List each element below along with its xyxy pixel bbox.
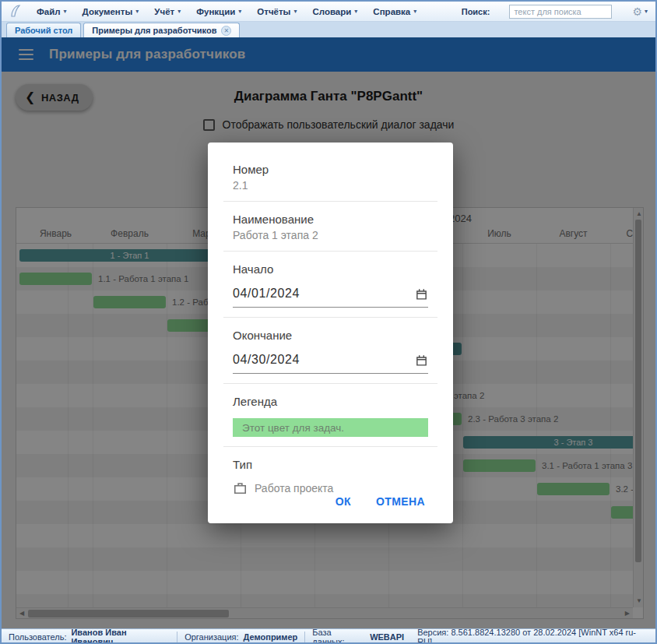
status-user-value: Иванов Иван Иванович: [71, 628, 170, 644]
start-date-value: 04/01/2024: [233, 287, 300, 301]
dialog-actions: ОК ОТМЕНА: [233, 495, 428, 508]
divider: [223, 317, 437, 318]
divider: [223, 446, 437, 447]
menu-item-label: Документы: [83, 7, 133, 16]
menu-item-dictionaries[interactable]: Словари▾: [312, 7, 357, 16]
status-org-label: Организация:: [184, 632, 238, 642]
task-type-value: Работа проекта: [255, 482, 333, 494]
status-user-label: Пользователь:: [9, 632, 66, 642]
task-dialog: Номер 2.1 Наименование Работа 1 этапа 2 …: [208, 143, 453, 523]
menu-item-label: Словари: [312, 7, 351, 16]
tab-close-icon[interactable]: ✕: [221, 26, 231, 36]
tab-label: Примеры для разработчиков: [92, 26, 216, 35]
status-version: Версия: 8.561.8824.13280 от 28.02.2024 […: [411, 628, 655, 644]
legend-color-chip: Этот цвет для задач.: [233, 418, 428, 437]
field-label-end: Окончание: [233, 329, 428, 342]
gear-icon: ⚙: [632, 5, 642, 18]
field-value-name: Работа 1 этапа 2: [233, 229, 428, 241]
status-org-value: Демопример: [244, 632, 298, 642]
menu-item-label: Отчёты: [257, 7, 290, 16]
tab-label: Рабочий стол: [15, 26, 72, 35]
field-label-number: Номер: [233, 163, 428, 176]
menu-item-label: Учёт: [154, 7, 174, 16]
cancel-button[interactable]: ОТМЕНА: [376, 495, 425, 508]
menu-item-reports[interactable]: Отчёты▾: [257, 7, 297, 16]
end-date-value: 04/30/2024: [233, 353, 300, 367]
divider: [223, 383, 437, 384]
briefcase-icon: [233, 480, 248, 495]
caret-down-icon: ▾: [293, 8, 297, 15]
divider: [223, 251, 437, 252]
field-label-type: Тип: [233, 458, 428, 471]
menu-item-file[interactable]: Файл▾: [37, 7, 67, 16]
caret-down-icon: ▾: [177, 8, 181, 15]
caret-down-icon: ▾: [64, 8, 67, 15]
status-bar: Пользователь: Иванов Иван Иванович Орган…: [2, 628, 655, 644]
caret-down-icon: ▾: [135, 8, 139, 15]
tab-bar: Рабочий стол Примеры для разработчиков ✕: [2, 22, 655, 37]
menu-bar: Файл▾ Документы▾ Учёт▾ Функции▾ Отчёты▾ …: [2, 2, 655, 22]
search-label: Поиск:: [462, 7, 490, 16]
status-db-value: WEBAPI: [370, 632, 404, 642]
field-label-legend: Легенда: [233, 395, 428, 408]
status-database: База данных: WEBAPI: [305, 632, 411, 642]
ok-button[interactable]: ОК: [336, 495, 351, 508]
app-window: Файл▾ Документы▾ Учёт▾ Функции▾ Отчёты▾ …: [0, 0, 657, 644]
status-organization: Организация: Демопример: [177, 632, 305, 642]
field-label-start: Начало: [233, 262, 428, 276]
field-label-name: Наименование: [233, 213, 428, 226]
menu-item-label: Файл: [37, 7, 61, 16]
caret-down-icon: ▾: [645, 8, 648, 15]
menu-item-label: Функции: [196, 7, 235, 16]
status-user: Пользователь: Иванов Иван Иванович: [2, 632, 177, 642]
end-date-input[interactable]: 04/30/2024: [233, 353, 428, 374]
field-value-number: 2.1: [233, 179, 428, 192]
menu-item-functions[interactable]: Функции▾: [196, 7, 241, 16]
settings-button[interactable]: ⚙ ▾: [632, 5, 648, 18]
task-type-row: Работа проекта: [233, 480, 428, 495]
menu-item-documents[interactable]: Документы▾: [83, 7, 139, 16]
divider: [223, 201, 437, 202]
calendar-icon[interactable]: [415, 354, 428, 367]
menu-item-accounting[interactable]: Учёт▾: [154, 7, 181, 16]
search-input[interactable]: [509, 5, 612, 19]
caret-down-icon: ▾: [238, 8, 241, 15]
tab-desktop[interactable]: Рабочий стол: [6, 23, 81, 37]
caret-down-icon: ▾: [413, 8, 416, 15]
calendar-icon[interactable]: [415, 287, 428, 301]
page-content: Примеры для разработчиков ❮ НАЗАД Диагра…: [2, 37, 655, 628]
app-logo-icon: [9, 4, 21, 19]
tab-developer-examples[interactable]: Примеры для разработчиков ✕: [83, 23, 240, 37]
menu-item-label: Справка: [373, 7, 410, 16]
start-date-input[interactable]: 04/01/2024: [233, 287, 428, 308]
menu-item-help[interactable]: Справка▾: [373, 7, 416, 16]
caret-down-icon: ▾: [354, 8, 357, 15]
status-db-label: База данных:: [312, 628, 365, 644]
